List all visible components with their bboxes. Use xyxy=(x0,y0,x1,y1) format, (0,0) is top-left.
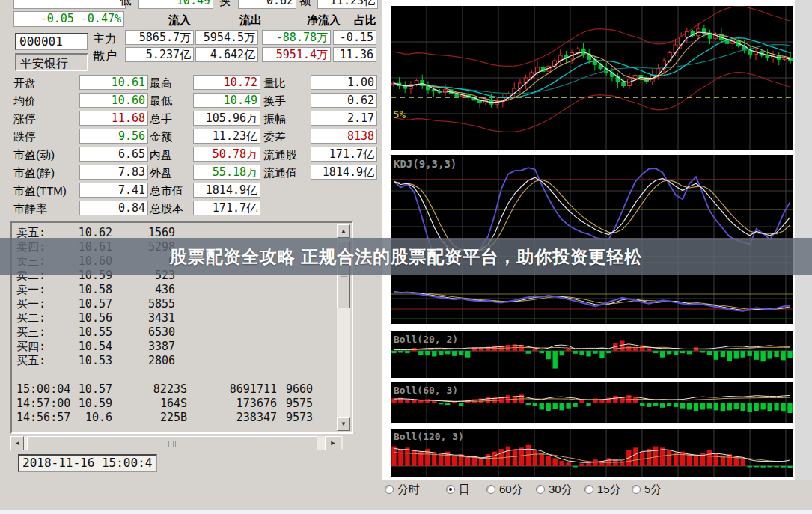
radio-button-icon[interactable] xyxy=(385,485,394,494)
stock-code-input[interactable] xyxy=(15,33,88,50)
quote-label: 流通值 xyxy=(263,166,297,180)
candlestick-chart[interactable]: 5% xyxy=(391,6,793,150)
flow-header: 流入 xyxy=(123,13,191,28)
period-option-label: 5分 xyxy=(644,483,662,497)
price-display-box xyxy=(13,0,126,9)
quote-value: 171.7亿 xyxy=(193,201,260,215)
quote-value: 1.00 xyxy=(311,75,377,90)
flow-outflow-value: 5954.5万 xyxy=(195,30,258,45)
boll120-indicator-chart[interactable]: Boll(120, 3) xyxy=(391,429,793,477)
quote-label: 内盘 xyxy=(150,148,172,162)
quote-value: 6.65 xyxy=(79,147,148,162)
scroll-up-button[interactable]: ▲ xyxy=(337,224,350,238)
top-row-value: 10.49 xyxy=(138,0,213,9)
period-option-label: 日 xyxy=(459,483,470,497)
quote-value: 9.56 xyxy=(79,129,148,144)
quote-label: 金额 xyxy=(150,130,172,144)
period-option-60分[interactable]: 60分 xyxy=(486,482,534,497)
tick-amount: 8691711 xyxy=(199,382,277,396)
period-option-5分[interactable]: 5分 xyxy=(632,482,680,497)
order-book-price: 10.54 xyxy=(42,340,112,353)
tick-price: 10.59 xyxy=(42,397,112,410)
order-book-price: 10.58 xyxy=(42,283,112,296)
flow-header: 流出 xyxy=(195,13,262,28)
quote-label: 量比 xyxy=(263,76,286,91)
quote-value: 105.96万 xyxy=(193,111,260,126)
quote-label: 外盘 xyxy=(150,166,172,180)
quote-label: 市静率 xyxy=(13,202,47,216)
boll20-indicator-chart[interactable]: Boll(20, 2) xyxy=(391,331,793,378)
quote-value: 11.23亿 xyxy=(193,129,260,144)
top-row-label: 换 xyxy=(219,0,231,8)
period-option-30分[interactable]: 30分 xyxy=(536,482,584,497)
quote-label: 最低 xyxy=(150,94,172,108)
quote-value: 8138 xyxy=(311,129,377,144)
scroll-down-button[interactable]: ▼ xyxy=(337,417,350,431)
quote-value: 0.62 xyxy=(311,93,377,108)
top-row-label: 低 xyxy=(120,0,131,8)
quote-label: 市盈(动) xyxy=(13,148,55,162)
quote-label: 换手 xyxy=(263,94,286,108)
quote-label: 最高 xyxy=(150,76,172,91)
svg-text:Boll(60, 3): Boll(60, 3) xyxy=(394,385,458,396)
radio-button-icon[interactable] xyxy=(446,485,455,494)
quote-value: 1814.9亿 xyxy=(311,165,377,180)
scrollbar-thumb[interactable] xyxy=(27,436,317,450)
tick-seq: 9660 xyxy=(280,382,313,396)
trading-terminal-window: { "quote_panel": { "top_row": [ {"label"… xyxy=(0,0,812,514)
radio-button-icon[interactable] xyxy=(486,485,495,494)
quote-value: 1814.9亿 xyxy=(193,183,260,198)
quote-value: 7.41 xyxy=(79,183,148,198)
radio-selected-dot xyxy=(449,488,452,491)
order-book-volume: 3387 xyxy=(117,340,175,353)
quote-label: 总股本 xyxy=(150,202,183,216)
stock-name-button[interactable]: 平安银行 xyxy=(15,53,88,71)
tick-price: 10.6 xyxy=(42,411,112,424)
quote-value: 11.68 xyxy=(79,111,148,126)
period-option-分时[interactable]: 分时 xyxy=(385,482,433,497)
quote-value: 10.61 xyxy=(79,75,148,90)
horizontal-scrollbar[interactable]: ◄ xyxy=(10,436,343,450)
svg-text:5%: 5% xyxy=(393,108,406,120)
scroll-right-button[interactable]: ► xyxy=(325,436,341,450)
flow-inflow-value: 5865.7万 xyxy=(125,30,194,45)
quote-label: 委差 xyxy=(263,130,286,144)
period-option-label: 30分 xyxy=(549,483,573,497)
radio-button-icon[interactable] xyxy=(584,485,593,494)
period-option-label: 分时 xyxy=(397,483,420,497)
flow-ratio-value: 11.36 xyxy=(333,47,376,62)
flow-row-label: 散户 xyxy=(93,49,117,64)
period-option-15分[interactable]: 15分 xyxy=(584,482,632,497)
quote-value: 10.72 xyxy=(193,75,260,90)
svg-text:KDJ(9,3,3): KDJ(9,3,3) xyxy=(394,158,457,170)
quote-value: 10.60 xyxy=(79,93,148,108)
order-book-volume: 2806 xyxy=(117,354,175,367)
tick-seq: 9573 xyxy=(280,411,313,424)
flow-header: 占比 xyxy=(309,13,376,28)
quote-value: 55.18万 xyxy=(193,165,260,180)
svg-text:Boll(20, 2): Boll(20, 2) xyxy=(394,334,458,345)
top-row-label: 额 xyxy=(299,0,311,8)
boll60-indicator-chart[interactable]: Boll(60, 3) xyxy=(391,382,793,423)
flow-ratio-value: -0.15 xyxy=(333,30,376,45)
quote-value: 7.83 xyxy=(79,165,148,180)
period-option-label: 15分 xyxy=(597,483,621,497)
tick-amount: 238347 xyxy=(199,411,277,424)
svg-text:Boll(120, 3): Boll(120, 3) xyxy=(394,431,464,442)
quote-label: 流通股 xyxy=(263,148,297,162)
quote-value: 0.84 xyxy=(79,201,148,215)
top-row-value: 11.23亿 xyxy=(317,0,378,9)
quote-value: 171.7亿 xyxy=(311,147,377,162)
radio-button-icon[interactable] xyxy=(632,485,641,494)
thumb-grip xyxy=(168,441,176,447)
radio-button-icon[interactable] xyxy=(536,485,545,494)
tick-volume: 8223S xyxy=(124,382,187,396)
tick-price: 10.57 xyxy=(42,382,112,396)
quote-label: 开盘 xyxy=(13,76,36,91)
scroll-left-button[interactable]: ◄ xyxy=(10,436,24,450)
quote-label: 总市值 xyxy=(150,184,183,198)
flow-outflow-value: 4.642亿 xyxy=(195,47,258,62)
order-book-volume: 5855 xyxy=(117,297,175,310)
flow-net-value: -88.78万 xyxy=(262,30,331,45)
flow-inflow-value: 5.237亿 xyxy=(125,47,194,62)
